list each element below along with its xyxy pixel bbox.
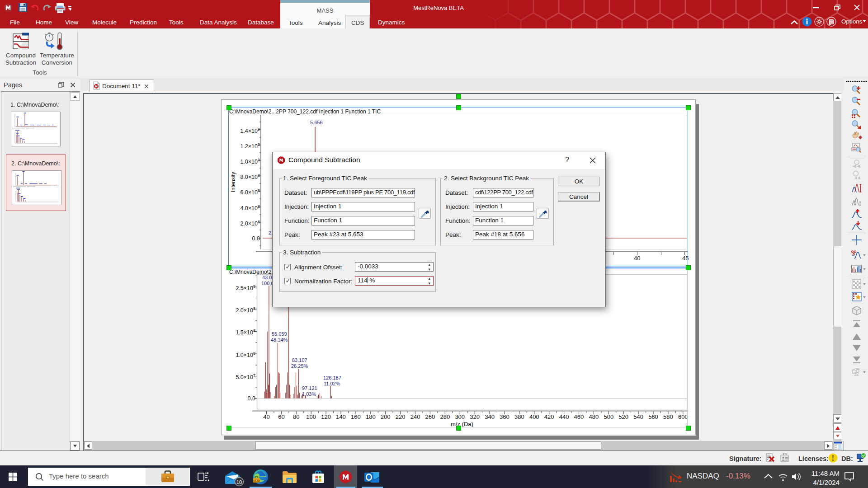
svg-text:10: 10 [236, 479, 242, 485]
svg-text:32: 32 [854, 372, 859, 377]
